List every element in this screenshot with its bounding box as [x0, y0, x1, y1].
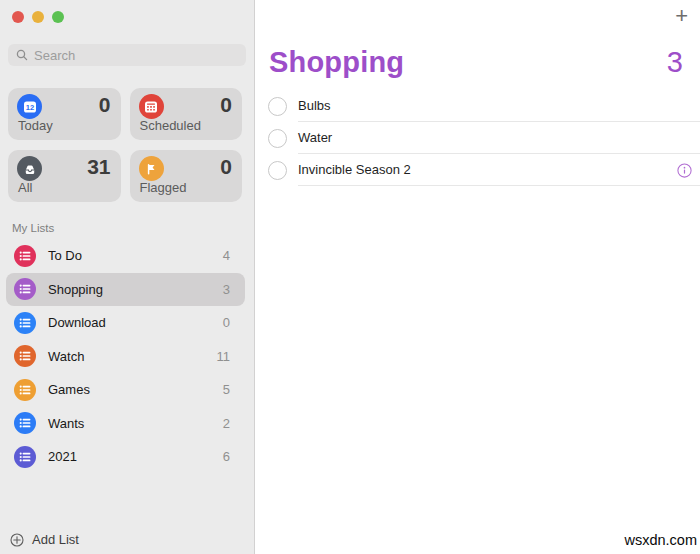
window-controls — [12, 11, 64, 23]
all-label: All — [18, 180, 32, 195]
reminder-title: Water — [298, 130, 332, 145]
list-label: Wants — [48, 416, 84, 431]
all-count: 31 — [87, 155, 110, 179]
calendar-today-icon: 12 — [17, 94, 42, 119]
list-icon — [14, 245, 36, 267]
svg-text:12: 12 — [25, 103, 33, 112]
zoom-button[interactable] — [52, 11, 64, 23]
smart-list-card-scheduled[interactable]: 0 Scheduled — [130, 88, 243, 140]
list-icon — [14, 412, 36, 434]
smart-list-card-flagged[interactable]: 0 Flagged — [130, 150, 243, 202]
reminder-title: Invincible Season 2 — [298, 162, 411, 177]
list-label: To Do — [48, 248, 82, 263]
smart-lists: 12 0 Today — [8, 88, 242, 202]
list-count: 3 — [223, 282, 230, 297]
flagged-label: Flagged — [140, 180, 187, 195]
main-pane: + Shopping 3 Bulbs Water Invincible Seas… — [255, 0, 700, 554]
circle-plus-icon — [10, 533, 24, 547]
sidebar-item-shopping[interactable]: Shopping 3 — [6, 273, 245, 307]
list-total-count: 3 — [667, 46, 683, 79]
sidebar-item-2021[interactable]: 2021 6 — [6, 440, 245, 474]
today-count: 0 — [99, 93, 111, 117]
search-input[interactable] — [8, 44, 246, 66]
list-count: 11 — [217, 349, 231, 364]
minimize-button[interactable] — [32, 11, 44, 23]
add-reminder-button[interactable]: + — [675, 2, 688, 30]
scheduled-count: 0 — [220, 93, 232, 117]
info-icon[interactable] — [677, 163, 692, 178]
list-label: 2021 — [48, 449, 77, 464]
scheduled-label: Scheduled — [140, 118, 201, 133]
watermark: wsxdn.com — [624, 532, 697, 548]
list-count: 6 — [223, 449, 230, 464]
search-bar — [8, 44, 246, 66]
reminder-row[interactable]: Water — [268, 122, 700, 154]
sidebar-item-watch[interactable]: Watch 11 — [6, 340, 245, 374]
list-count: 0 — [223, 315, 230, 330]
tray-icon — [17, 156, 42, 181]
smart-list-card-all[interactable]: 31 All — [8, 150, 121, 202]
list-count: 4 — [223, 248, 230, 263]
sidebar: 12 0 Today — [0, 0, 255, 554]
list-icon — [14, 278, 36, 300]
flagged-count: 0 — [220, 155, 232, 179]
flag-icon — [139, 156, 164, 181]
list-count: 2 — [223, 416, 230, 431]
list-icon — [14, 379, 36, 401]
reminder-row[interactable]: Invincible Season 2 — [268, 154, 700, 186]
complete-checkbox[interactable] — [268, 97, 287, 116]
list-icon — [14, 345, 36, 367]
list-label: Download — [48, 315, 106, 330]
sidebar-item-todo[interactable]: To Do 4 — [6, 239, 245, 273]
sidebar-item-games[interactable]: Games 5 — [6, 373, 245, 407]
my-lists-section-label: My Lists — [12, 222, 54, 234]
reminder-list: Bulbs Water Invincible Season 2 — [268, 90, 700, 186]
list-icon — [14, 446, 36, 468]
close-button[interactable] — [12, 11, 24, 23]
sidebar-item-download[interactable]: Download 0 — [6, 306, 245, 340]
list-header: Shopping 3 — [269, 46, 683, 79]
add-list-label: Add List — [32, 532, 79, 547]
smart-list-card-today[interactable]: 12 0 Today — [8, 88, 121, 140]
calendar-grid-icon — [139, 94, 164, 119]
my-lists: To Do 4 Shopping 3 Download 0 Watch 11 G… — [6, 239, 245, 474]
list-icon — [14, 312, 36, 334]
reminder-row[interactable]: Bulbs — [268, 90, 700, 122]
list-label: Games — [48, 382, 90, 397]
add-list-button[interactable]: Add List — [10, 532, 79, 547]
sidebar-item-wants[interactable]: Wants 2 — [6, 407, 245, 441]
list-label: Shopping — [48, 282, 103, 297]
today-label: Today — [18, 118, 53, 133]
search-icon — [16, 49, 28, 61]
list-label: Watch — [48, 349, 84, 364]
complete-checkbox[interactable] — [268, 129, 287, 148]
complete-checkbox[interactable] — [268, 161, 287, 180]
list-count: 5 — [223, 382, 230, 397]
page-title: Shopping — [269, 46, 404, 79]
reminder-title: Bulbs — [298, 98, 331, 113]
